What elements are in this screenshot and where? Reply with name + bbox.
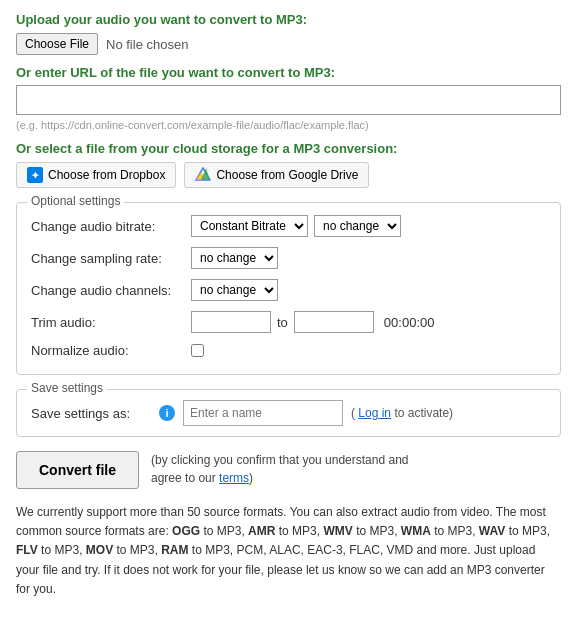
optional-settings-legend: Optional settings [27,194,124,208]
trim-start-input[interactable] [191,311,271,333]
gdrive-label: Choose from Google Drive [216,168,358,182]
channels-label: Change audio channels: [31,283,191,298]
convert-row: Convert file (by clicking you confirm th… [16,451,561,489]
sampling-label: Change sampling rate: [31,251,191,266]
choose-file-button[interactable]: Choose File [16,33,98,55]
bitrate-sub-select[interactable]: no change 64 kbps 128 kbps 192 kbps 256 … [314,215,401,237]
convert-note-line2-prefix: agree to our [151,471,219,485]
save-settings-box: Save settings Save settings as: i ( Log … [16,389,561,437]
convert-note-line1: (by clicking you confirm that you unders… [151,453,408,467]
sampling-select[interactable]: no change 8000 Hz 11025 Hz 22050 Hz 4410… [191,247,278,269]
url-example: (e.g. https://cdn.online-convert.com/exa… [16,119,561,131]
url-section: Or enter URL of the file you want to con… [16,65,561,131]
terms-link[interactable]: terms [219,471,249,485]
url-input[interactable] [16,85,561,115]
trim-time-display: 00:00:00 [384,315,435,330]
dropbox-button[interactable]: ✦ Choose from Dropbox [16,162,176,188]
url-label: Or enter URL of the file you want to con… [16,65,561,80]
upload-title: Upload your audio you want to convert to… [16,12,561,27]
gdrive-button[interactable]: Choose from Google Drive [184,162,369,188]
dropbox-label: Choose from Dropbox [48,168,165,182]
info-icon[interactable]: i [159,405,175,421]
cloud-buttons: ✦ Choose from Dropbox Choose from Google… [16,162,561,188]
gdrive-icon [195,167,211,183]
bitrate-row: Change audio bitrate: Constant Bitrate V… [31,215,546,237]
channels-row: Change audio channels: no change mono st… [31,279,546,301]
channels-controls: no change mono stereo [191,279,278,301]
file-upload-row: Choose File No file chosen [16,33,561,55]
trim-row: Trim audio: to 00:00:00 [31,311,546,333]
login-activate-text: ( Log in to activate) [351,406,453,420]
save-row: Save settings as: i ( Log in to activate… [31,400,546,426]
optional-settings-box: Optional settings Change audio bitrate: … [16,202,561,375]
trim-controls: to 00:00:00 [191,311,434,333]
normalize-label: Normalize audio: [31,343,191,358]
trim-to-label: to [277,315,288,330]
bitrate-select[interactable]: Constant Bitrate Variable Bitrate [191,215,308,237]
bitrate-label: Change audio bitrate: [31,219,191,234]
cloud-label: Or select a file from your cloud storage… [16,141,561,156]
upload-section: Upload your audio you want to convert to… [16,12,561,55]
description-text: We currently support more than 50 source… [16,503,561,599]
trim-label: Trim audio: [31,315,191,330]
no-file-label: No file chosen [106,37,188,52]
save-settings-legend: Save settings [27,381,107,395]
bitrate-controls: Constant Bitrate Variable Bitrate no cha… [191,215,401,237]
to-activate-text: to activate) [394,406,453,420]
trim-end-input[interactable] [294,311,374,333]
normalize-row: Normalize audio: [31,343,546,358]
sampling-controls: no change 8000 Hz 11025 Hz 22050 Hz 4410… [191,247,278,269]
save-label: Save settings as: [31,406,151,421]
dropbox-icon: ✦ [27,167,43,183]
cloud-section: Or select a file from your cloud storage… [16,141,561,188]
save-name-input[interactable] [183,400,343,426]
normalize-controls [191,344,204,357]
convert-note: (by clicking you confirm that you unders… [151,451,408,487]
normalize-checkbox[interactable] [191,344,204,357]
channels-select[interactable]: no change mono stereo [191,279,278,301]
login-link[interactable]: Log in [358,406,391,420]
convert-note-line2-suffix: ) [249,471,253,485]
sampling-row: Change sampling rate: no change 8000 Hz … [31,247,546,269]
convert-button[interactable]: Convert file [16,451,139,489]
